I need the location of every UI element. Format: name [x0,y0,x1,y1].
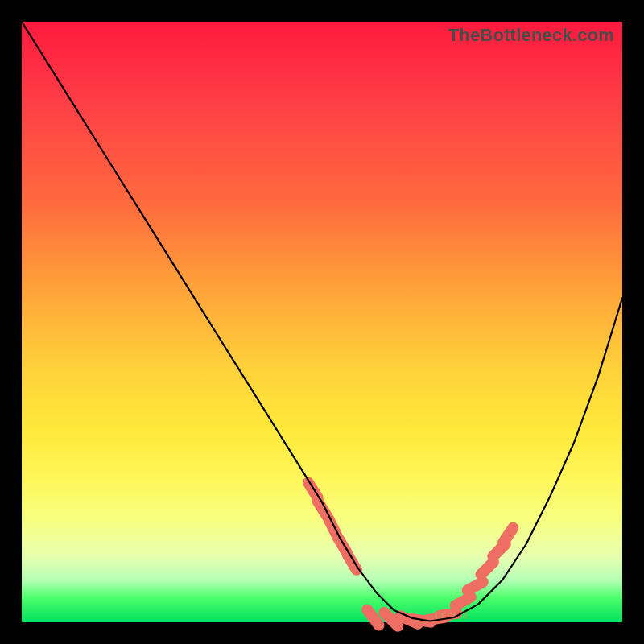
svg-line-5 [367,609,378,625]
svg-line-13 [481,562,493,575]
plot-area: TheBottleneck.com [22,22,622,622]
chart-svg [22,22,622,622]
frame: TheBottleneck.com [0,0,644,644]
bottleneck-curve [22,22,622,621]
ticks-right-cluster [440,528,514,616]
svg-line-12 [468,582,483,591]
svg-line-11 [456,597,471,606]
svg-line-3 [337,537,346,552]
ticks-bottom-cluster [367,609,445,625]
ticks-left-cluster [308,483,357,570]
svg-line-15 [503,528,513,543]
